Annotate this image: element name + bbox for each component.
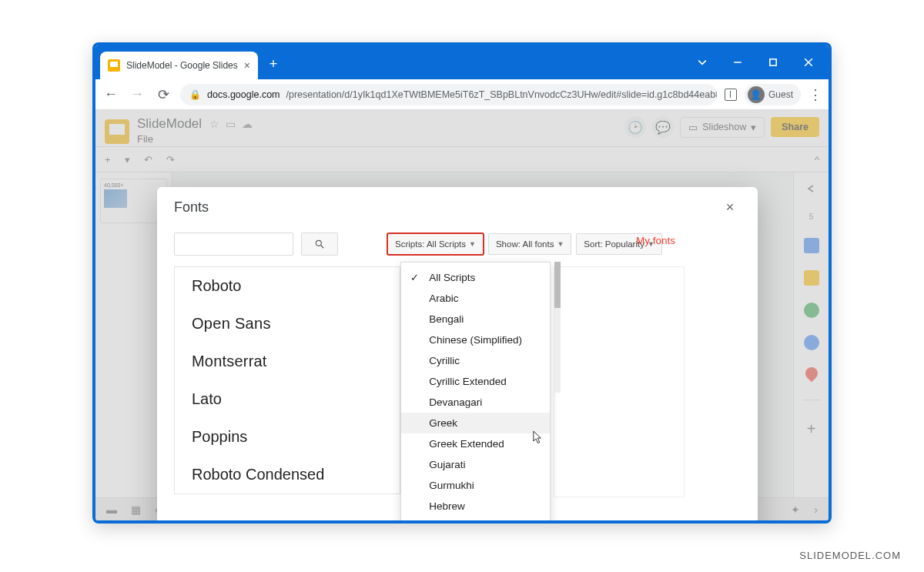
browser-window: SlideModel - Google Slides × + ← → ⟳ 🔒 d… — [92, 42, 832, 523]
show-filter-label: Show: All fonts — [496, 239, 554, 249]
my-fonts-heading: My fonts — [636, 235, 736, 246]
font-row[interactable]: Open Sans — [175, 305, 400, 343]
script-option[interactable]: Cyrillic Extended — [401, 371, 550, 392]
reload-button[interactable]: ⟳ — [154, 86, 172, 103]
cancel-button[interactable]: Cancel — [225, 520, 276, 523]
window-titlebar: SlideModel - Google Slides × + — [95, 45, 829, 79]
scripts-dropdown: All Scripts Arabic Bengali Chinese (Simp… — [400, 262, 551, 522]
script-option[interactable]: Chinese (Simplified) — [401, 329, 550, 350]
svg-point-2 — [316, 240, 321, 246]
font-search-input[interactable] — [174, 232, 293, 256]
new-tab-button[interactable]: + — [263, 53, 284, 75]
svg-rect-1 — [770, 59, 776, 65]
font-row[interactable]: Roboto — [175, 267, 400, 305]
script-option[interactable]: Gurmukhi — [401, 475, 550, 496]
script-option[interactable]: Arabic — [401, 288, 550, 309]
font-row[interactable]: Montserrat — [175, 343, 400, 380]
scripts-filter-label: Scripts: All Scripts — [395, 239, 466, 249]
forward-button[interactable]: → — [128, 86, 146, 102]
search-icon — [314, 239, 325, 249]
watermark: SLIDEMODEL.COM — [799, 550, 901, 561]
caret-down-icon: ▼ — [557, 240, 564, 248]
url-host: docs.google.com — [207, 89, 280, 100]
caret-down-icon: ▼ — [469, 240, 476, 248]
back-button[interactable]: ← — [102, 86, 120, 102]
url-field[interactable]: 🔒 docs.google.com /presentation/d/1yIk1q… — [180, 84, 717, 105]
window-controls — [685, 45, 829, 79]
font-preview-box — [554, 266, 685, 497]
address-bar: ← → ⟳ 🔒 docs.google.com /presentation/d/… — [95, 79, 829, 110]
font-search-button[interactable] — [301, 232, 338, 256]
show-filter-button[interactable]: Show: All fonts ▼ — [488, 233, 571, 255]
dialog-close-button[interactable]: × — [719, 199, 741, 216]
tab-title: SlideModel - Google Slides — [126, 60, 238, 71]
script-option[interactable]: Gujarati — [401, 454, 550, 475]
profile-chip[interactable]: 👤 Guest — [745, 84, 801, 105]
slides-favicon-icon — [108, 59, 120, 72]
avatar-icon: 👤 — [748, 86, 765, 103]
reader-icon[interactable] — [725, 89, 737, 101]
window-maximize-icon[interactable] — [756, 45, 790, 79]
url-path: /presentation/d/1yIk1qd1XeTWtBMEMe5iT6zT… — [286, 89, 717, 100]
scripts-filter-button[interactable]: Scripts: All Scripts ▼ — [387, 233, 484, 255]
svg-line-3 — [321, 246, 324, 249]
kebab-menu-icon[interactable]: ⋮ — [808, 86, 822, 103]
script-option[interactable]: Hebrew — [401, 496, 550, 517]
fonts-dialog: Fonts × Scripts: All Scripts ▼ Show — [157, 187, 758, 523]
app-surface: SlideModel ☆ ▭ ☁ File 🕑 💬 ▭ Slideshow — [95, 110, 829, 520]
dropdown-scrollbar[interactable] — [554, 262, 561, 393]
dialog-title: Fonts — [174, 199, 209, 216]
fonts-list[interactable]: Roboto Open Sans Montserrat Lato Poppins… — [174, 266, 400, 494]
profile-label: Guest — [768, 89, 793, 100]
browser-tab[interactable]: SlideModel - Google Slides × — [100, 52, 258, 79]
font-row[interactable]: Lato — [175, 380, 400, 418]
font-row[interactable]: Roboto Condensed — [175, 456, 400, 493]
script-option[interactable]: Greek — [401, 413, 550, 433]
window-dropdown-icon[interactable] — [685, 45, 719, 79]
lock-icon: 🔒 — [189, 89, 201, 100]
font-row[interactable]: Poppins — [175, 418, 400, 456]
script-option[interactable]: Greek Extended — [401, 433, 550, 454]
script-option[interactable]: All Scripts — [401, 267, 550, 288]
script-option[interactable]: Cyrillic — [401, 350, 550, 371]
window-minimize-icon[interactable] — [721, 45, 755, 79]
window-close-icon[interactable] — [792, 45, 825, 79]
ok-button[interactable]: OK — [174, 520, 216, 523]
script-option[interactable]: Devanagari — [401, 392, 550, 413]
tab-close-icon[interactable]: × — [244, 59, 250, 72]
script-option[interactable]: Bengali — [401, 309, 550, 329]
